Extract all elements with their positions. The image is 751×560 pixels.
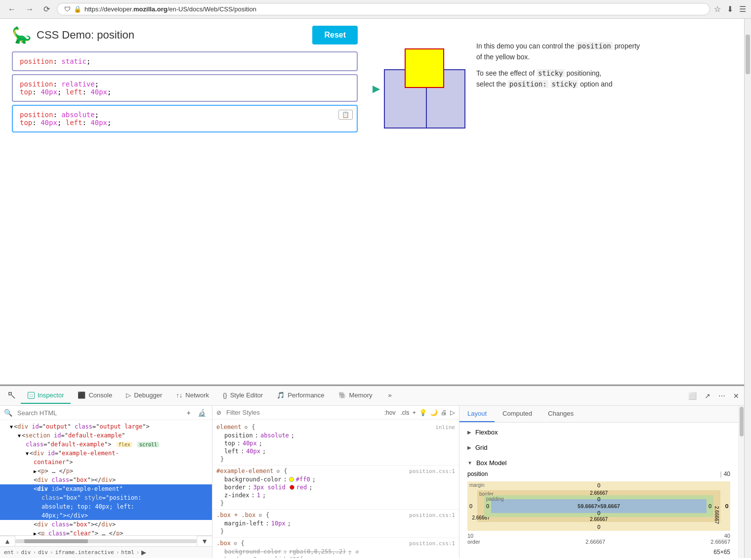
bm-padding-layer: padding 0 0 0 0 59.6667×59.: [484, 495, 713, 517]
bc-iframe[interactable]: iframe.interactive: [55, 549, 114, 556]
dark-icon[interactable]: 🌙: [430, 409, 438, 416]
bc-div2[interactable]: div: [38, 549, 48, 556]
reset-button[interactable]: Reset: [312, 26, 358, 44]
code-box-relative[interactable]: position: relative; top: 40px; left: 40p…: [12, 74, 358, 102]
code-box-static[interactable]: position: static;: [12, 51, 358, 71]
html-line-example-element-style[interactable]: absolute; top: 40px; left:: [0, 502, 212, 511]
tab-style-editor[interactable]: {} Style Editor: [216, 388, 270, 404]
tab-memory[interactable]: 🐘 Memory: [332, 388, 379, 404]
tab-computed[interactable]: Computed: [495, 406, 540, 422]
html-line-example-element[interactable]: <div id="example-element": [0, 484, 212, 493]
more-options-button[interactable]: ⋯: [716, 390, 727, 402]
css-prop-position-1[interactable]: position : absolute ;: [216, 431, 455, 439]
css-prop-bg-color-box[interactable]: background-color : rgba(0,0,255,.2) ; ⊘: [216, 548, 455, 556]
css-prop-z-index[interactable]: z-index : 1 ;: [216, 491, 455, 499]
browser-chrome: ← → ⟳ 🛡 🔒 https://developer.mozilla.org/…: [0, 0, 751, 19]
html-line-section-class[interactable]: class="default-example"> flex scroll: [0, 440, 212, 449]
memory-icon: 🐘: [338, 391, 346, 399]
element-selector-text: element: [216, 424, 242, 431]
address-bar[interactable]: 🛡 🔒 https://developer.mozilla.org/en-US/…: [57, 3, 710, 15]
bm-side-vals: 10 40: [467, 533, 730, 539]
bc-expand[interactable]: ▶: [141, 549, 146, 556]
tab-debugger[interactable]: ▷ Debugger: [119, 388, 169, 404]
page-scrollbar[interactable]: [744, 19, 751, 558]
element-gear-icon[interactable]: ⚙: [245, 424, 248, 431]
html-line-div-container[interactable]: ▼<div id="example-element-: [0, 449, 212, 458]
tab-console[interactable]: ⬛ Console: [71, 388, 119, 404]
bc-div1[interactable]: div: [21, 549, 31, 556]
html-line-div-box3[interactable]: <div class="box"></div>: [0, 520, 212, 529]
tab-layout[interactable]: Layout: [459, 406, 495, 422]
inline-origin: inline: [435, 424, 455, 431]
html-line-div-output[interactable]: ▼<div id="output" class="output large">: [0, 422, 212, 431]
forward-button[interactable]: →: [23, 4, 37, 15]
light-icon[interactable]: 💡: [419, 409, 427, 416]
bookmark-icon[interactable]: ☆: [714, 4, 721, 14]
pick-element-button[interactable]: 🔬: [196, 408, 208, 418]
layout-tabs: Layout Computed Changes: [459, 406, 738, 423]
bc-html[interactable]: html: [121, 549, 134, 556]
hov-button[interactable]: :hov: [384, 409, 396, 416]
horizontal-scrollbar[interactable]: [15, 539, 197, 543]
html-line-example-element-end[interactable]: 40px;"></div>: [0, 511, 212, 520]
flexbox-header[interactable]: ▶ Flexbox: [463, 427, 734, 438]
undock-button[interactable]: ↗: [703, 390, 712, 402]
dock-button[interactable]: ⬜: [686, 390, 699, 402]
box-gear-icon[interactable]: ⚙: [234, 540, 237, 547]
grid-header[interactable]: ▶ Grid: [463, 442, 734, 453]
print-icon[interactable]: 🖨: [441, 409, 447, 416]
bc-ent[interactable]: ent: [4, 549, 14, 556]
cls-button[interactable]: .cls: [400, 409, 409, 416]
overflow-icon-2[interactable]: ⊘: [313, 557, 316, 559]
scroll-top-space: [746, 20, 750, 35]
scroll-down-button[interactable]: ▼: [197, 536, 212, 546]
box-model-header[interactable]: ▼ Box Model: [463, 457, 734, 469]
css-prop-margin-left[interactable]: margin-left : 10px ;: [216, 519, 455, 527]
html-line-section[interactable]: ▼<section id="default-example": [0, 431, 212, 440]
tab-changes[interactable]: Changes: [540, 406, 582, 422]
bm-margin-layer: margin 0 0 0 0 0 border: [467, 481, 730, 531]
html-line-div-box1[interactable]: <div class="box"></div>: [0, 475, 212, 484]
tab-performance[interactable]: 🎵 Performance: [270, 388, 331, 404]
prop-left-val-3: 40px: [90, 119, 107, 127]
html-line-container-close[interactable]: container">: [0, 458, 212, 467]
tab-more[interactable]: »: [381, 388, 399, 404]
code-box-absolute[interactable]: 📋 position: absolute; top: 40px; left: 4…: [12, 105, 358, 132]
tab-element-picker[interactable]: [3, 388, 21, 404]
bm-content-size: 59.6667×59.6667: [578, 503, 620, 509]
scroll-up-button[interactable]: ▲: [0, 536, 15, 546]
back-button[interactable]: ←: [5, 4, 19, 15]
copy-button[interactable]: 📋: [338, 110, 353, 120]
scroll-badge: scroll: [137, 442, 159, 447]
html-search-input[interactable]: [15, 408, 182, 418]
network-icon: ↑↓: [176, 391, 182, 399]
css-prop-left-1[interactable]: left : 40px ;: [216, 447, 455, 455]
layout-panel-scrollbar[interactable]: [738, 406, 744, 558]
css-prop-border[interactable]: border : 3px solid red ;: [216, 483, 455, 491]
css-selector-element: element ⚙ { inline: [216, 424, 455, 431]
tab-inspector[interactable]: □ Inspector: [21, 388, 71, 404]
prop-left-3: left: [66, 119, 83, 127]
reload-button[interactable]: ⟳: [41, 3, 53, 15]
menu-icon[interactable]: ☰: [739, 4, 746, 14]
pocket-icon[interactable]: ⬇: [727, 4, 733, 14]
close-devtools-button[interactable]: ✕: [731, 390, 741, 402]
html-line-example-element-class[interactable]: class="box" style="position:: [0, 493, 212, 502]
overflow-icon-1[interactable]: ⊘: [356, 549, 359, 555]
add-node-button[interactable]: +: [185, 408, 193, 418]
media-icon[interactable]: ▷: [450, 409, 455, 416]
box-model-section: ▼ Box Model position | 40: [463, 457, 734, 558]
add-rule-button[interactable]: +: [412, 409, 416, 416]
css-prop-bg-color[interactable]: background-color : #ff0 ;: [216, 475, 455, 483]
html-line-p1[interactable]: ▶<p> … </p>: [0, 467, 212, 475]
breadcrumb: ent › div › div › iframe.interactive › h…: [4, 549, 208, 556]
html-line-p-clear[interactable]: ▶<p class="clear"> … </p>: [0, 529, 212, 535]
performance-label: Performance: [288, 391, 324, 399]
size-row: 65×65: [463, 547, 734, 558]
css-prop-border-box[interactable]: border : 3px solid #00f ; ⊘: [216, 556, 455, 558]
css-filter-input[interactable]: [224, 408, 381, 417]
tab-network[interactable]: ↑↓ Network: [169, 388, 216, 404]
box-plus-gear-icon[interactable]: ⚙: [258, 512, 262, 518]
example-gear-icon[interactable]: ⚙: [277, 468, 280, 474]
css-prop-top-1[interactable]: top : 40px ;: [216, 439, 455, 447]
